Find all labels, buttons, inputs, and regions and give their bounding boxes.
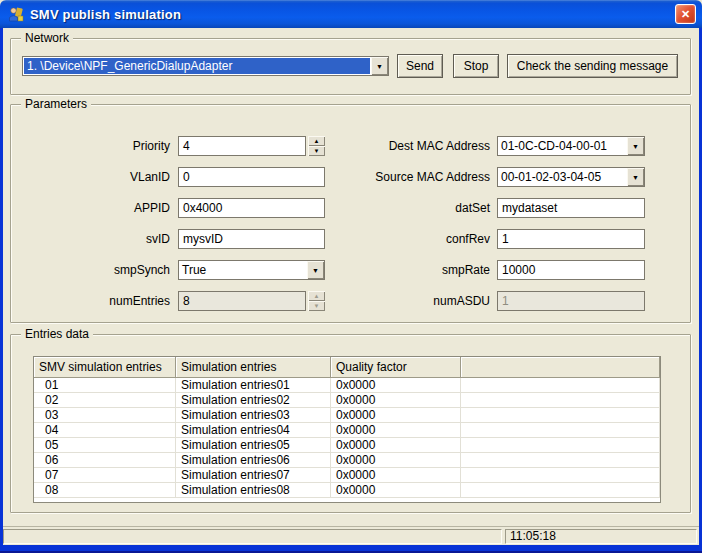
dest-mac-dropdown-button[interactable]: ▼ <box>627 137 644 155</box>
network-adapter-value: 1. \Device\NPF_GenericDialupAdapter <box>24 58 370 74</box>
column-header-quality-factor[interactable]: Quality factor <box>331 357 461 378</box>
cell-empty <box>461 378 660 393</box>
source-mac-label: Source MAC Address <box>320 167 490 187</box>
cell-empty <box>461 468 660 483</box>
table-row[interactable]: 08 Simulation entries08 0x0000 <box>34 483 660 498</box>
cell-quality: 0x0000 <box>331 483 461 498</box>
cell-quality: 0x0000 <box>331 438 461 453</box>
priority-label: Priority <box>20 136 170 156</box>
stop-button-label: Stop <box>464 59 489 73</box>
cell-quality: 0x0000 <box>331 423 461 438</box>
cell-sim-entry: Simulation entries03 <box>176 408 331 423</box>
chevron-down-icon: ▼ <box>632 143 639 150</box>
window-title: SMV publish simulation <box>30 7 181 22</box>
entries-table: SMV simulation entries Simulation entrie… <box>33 356 661 503</box>
numasdu-field: 1 <box>497 291 645 311</box>
appid-field[interactable]: 0x4000 <box>178 198 325 218</box>
cell-sim-entry: Simulation entries01 <box>176 378 331 393</box>
cell-empty <box>461 393 660 408</box>
cell-sim-entry: Simulation entries08 <box>176 483 331 498</box>
table-row[interactable]: 05 Simulation entries05 0x0000 <box>34 438 660 453</box>
app-icon <box>8 6 24 22</box>
stop-button[interactable]: Stop <box>453 54 499 78</box>
column-header-smv-simulation-entries[interactable]: SMV simulation entries <box>34 357 176 378</box>
entries-table-header: SMV simulation entries Simulation entrie… <box>34 357 660 378</box>
source-mac-value: 00-01-02-03-04-05 <box>498 168 627 186</box>
network-group-label: Network <box>21 31 73 45</box>
smprate-label: smpRate <box>320 260 490 280</box>
cell-entry-id: 06 <box>34 453 176 468</box>
cell-entry-id: 07 <box>34 468 176 483</box>
vlanid-label: VLanID <box>20 167 170 187</box>
smpsynch-value: True <box>179 261 307 279</box>
status-panel-time: 11:05:18 <box>505 529 697 544</box>
check-sending-message-button[interactable]: Check the sending message <box>507 54 678 78</box>
cell-sim-entry: Simulation entries02 <box>176 393 331 408</box>
column-header-empty[interactable] <box>461 357 660 378</box>
cell-sim-entry: Simulation entries04 <box>176 423 331 438</box>
table-row[interactable]: 03 Simulation entries03 0x0000 <box>34 408 660 423</box>
smpsynch-label: smpSynch <box>20 260 170 280</box>
source-mac-combobox[interactable]: 00-01-02-03-04-05 ▼ <box>497 167 645 187</box>
status-bar: 11:05:18 <box>3 527 699 545</box>
svid-label: svID <box>20 229 170 249</box>
send-button-label: Send <box>406 59 434 73</box>
priority-field[interactable]: 4 <box>178 136 306 156</box>
source-mac-dropdown-button[interactable]: ▼ <box>627 168 644 186</box>
cell-sim-entry: Simulation entries06 <box>176 453 331 468</box>
cell-empty <box>461 423 660 438</box>
cell-empty <box>461 453 660 468</box>
cell-quality: 0x0000 <box>331 468 461 483</box>
cell-entry-id: 04 <box>34 423 176 438</box>
entries-group-label: Entries data <box>21 327 93 341</box>
vlanid-field[interactable]: 0 <box>178 167 325 187</box>
svid-field[interactable]: mysvID <box>178 229 325 249</box>
dialog-window: SMV publish simulation ✕ Network 1. \Dev… <box>0 0 702 553</box>
chevron-down-icon: ▼ <box>312 267 319 274</box>
smprate-field[interactable]: 10000 <box>497 260 645 280</box>
table-row[interactable]: 07 Simulation entries07 0x0000 <box>34 468 660 483</box>
dest-mac-label: Dest MAC Address <box>320 136 490 156</box>
datset-field[interactable]: mydataset <box>497 198 645 218</box>
numentries-field: 8 <box>178 291 306 311</box>
send-button[interactable]: Send <box>397 54 443 78</box>
numentries-label: numEntries <box>20 291 170 311</box>
cell-empty <box>461 483 660 498</box>
network-adapter-combobox[interactable]: 1. \Device\NPF_GenericDialupAdapter ▼ <box>22 56 389 76</box>
status-panel-left <box>3 529 502 544</box>
column-header-simulation-entries[interactable]: Simulation entries <box>176 357 331 378</box>
clock-time: 11:05:18 <box>510 529 556 543</box>
table-row[interactable]: 04 Simulation entries04 0x0000 <box>34 423 660 438</box>
cell-quality: 0x0000 <box>331 453 461 468</box>
close-icon: ✕ <box>681 8 690 21</box>
chevron-down-icon: ▼ <box>376 63 383 70</box>
window-border-bottom <box>0 545 702 553</box>
network-adapter-dropdown-button[interactable]: ▼ <box>371 57 388 75</box>
table-row[interactable]: 06 Simulation entries06 0x0000 <box>34 453 660 468</box>
cell-quality: 0x0000 <box>331 393 461 408</box>
cell-sim-entry: Simulation entries07 <box>176 468 331 483</box>
cell-entry-id: 03 <box>34 408 176 423</box>
parameters-group-label: Parameters <box>21 97 91 111</box>
table-row[interactable]: 01 Simulation entries01 0x0000 <box>34 378 660 393</box>
confrev-label: confRev <box>320 229 490 249</box>
dest-mac-value: 01-0C-CD-04-00-01 <box>498 137 627 155</box>
cell-entry-id: 01 <box>34 378 176 393</box>
title-bar[interactable]: SMV publish simulation ✕ <box>0 0 702 28</box>
table-row[interactable]: 02 Simulation entries02 0x0000 <box>34 393 660 408</box>
close-button[interactable]: ✕ <box>675 4 696 24</box>
appid-label: APPID <box>20 198 170 218</box>
check-sending-message-label: Check the sending message <box>517 59 668 73</box>
datset-label: datSet <box>320 198 490 218</box>
smpsynch-combobox[interactable]: True ▼ <box>178 260 325 280</box>
cell-sim-entry: Simulation entries05 <box>176 438 331 453</box>
cell-empty <box>461 408 660 423</box>
confrev-field[interactable]: 1 <box>497 229 645 249</box>
cell-quality: 0x0000 <box>331 408 461 423</box>
chevron-down-icon: ▼ <box>632 174 639 181</box>
dest-mac-combobox[interactable]: 01-0C-CD-04-00-01 ▼ <box>497 136 645 156</box>
cell-entry-id: 08 <box>34 483 176 498</box>
cell-empty <box>461 438 660 453</box>
numasdu-label: numASDU <box>320 291 490 311</box>
cell-entry-id: 02 <box>34 393 176 408</box>
